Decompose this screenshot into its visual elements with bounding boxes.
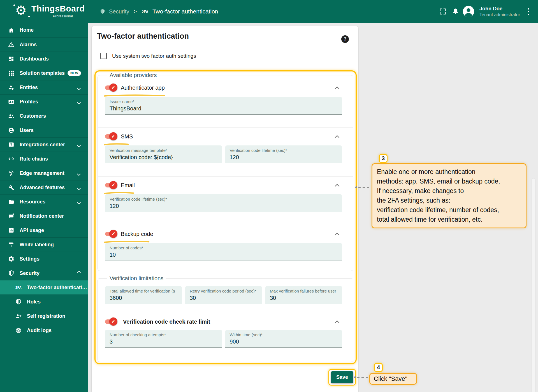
provider-label: Email (121, 182, 135, 189)
email-toggle[interactable]: ✓ (105, 181, 118, 189)
api-usage-icon (7, 227, 15, 234)
sidebar-item-integrations-center[interactable]: Integrations center (0, 137, 88, 152)
annotation-underline (104, 239, 346, 241)
field-retry-verification-code-period-sec[interactable]: Retry verification code period (sec)*30 (185, 286, 262, 304)
sidebar-item-self-registration[interactable]: Self registration (0, 309, 88, 323)
rate-limit-label: Verification code check rate limit (123, 319, 210, 325)
customers-icon (7, 112, 15, 120)
breadcrumb-security[interactable]: Security (109, 8, 129, 15)
sms-toggle[interactable]: ✓ (105, 132, 118, 141)
field-number-of-checking-attempts[interactable]: Number of checking attempts*3 (105, 330, 222, 348)
chevron-up-icon[interactable] (335, 183, 340, 186)
advanced-icon (7, 184, 15, 191)
user-menu[interactable]: John Doe Tenant administrator (479, 6, 520, 17)
sidebar-item-profiles[interactable]: Profiles (0, 94, 88, 109)
solution-templates-icon (7, 69, 15, 77)
backup-code-toggle[interactable]: ✓ (105, 230, 118, 238)
available-providers-section: Available providers ✓Authenticator appIs… (98, 72, 353, 271)
audit-logs-icon (15, 327, 22, 334)
header-actions: John Doe Tenant administrator (436, 0, 538, 23)
shield-icon (99, 8, 106, 15)
authenticator-app-toggle[interactable]: ✓ (105, 83, 118, 92)
twofa-icon: 2FA (142, 9, 148, 14)
verification-limitations-section: Verification limitations Total allowed t… (98, 275, 353, 362)
thingsboard-logo[interactable]: ⚙ ThingsBoard Professional (13, 2, 86, 21)
breadcrumb-current: Two-factor authentication (152, 8, 218, 15)
brand-subtitle: Professional (31, 14, 73, 18)
page-title: Two-factor authentication (97, 32, 189, 41)
sidebar-item-rule-chains[interactable]: Rule chains (0, 152, 88, 166)
divider (98, 225, 353, 225)
field-issuer-name[interactable]: Issuer name*ThingsBoard (105, 97, 342, 115)
home-icon (7, 27, 15, 34)
logo-node-icon (28, 16, 30, 17)
sidebar-item-customers[interactable]: Customers (0, 109, 88, 123)
verification-code-check-rate-limit-toggle[interactable]: ✓ (105, 317, 118, 326)
provider-row-authenticator-app: ✓Authenticator app (105, 83, 342, 92)
resources-icon (7, 198, 15, 205)
field-within-time-sec[interactable]: Within time (sec)*900 (225, 330, 342, 348)
rate-limit-row: ✓Verification code check rate limit (105, 317, 342, 326)
sidebar-item-edge-management[interactable]: Edge management (0, 166, 88, 180)
kebab-menu-icon[interactable] (523, 5, 534, 18)
use-system-checkbox[interactable] (100, 53, 107, 59)
provider-fields: Issuer name*ThingsBoard (105, 97, 342, 115)
field-number-of-codes[interactable]: Number of codes*10 (105, 243, 342, 261)
sidebar-item-advanced-features[interactable]: Advanced features (0, 180, 88, 194)
sidebar-item-audit-logs[interactable]: Audit logs (0, 323, 88, 337)
provider-row-backup-code: ✓Backup code (105, 229, 342, 239)
notification-icon (7, 212, 15, 220)
field-verification-code-lifetime-sec[interactable]: Verification code lifetime (sec)*120 (225, 145, 342, 163)
sidebar-item-roles[interactable]: Roles (0, 294, 88, 309)
verification-limitations-legend: Verification limitations (107, 275, 166, 282)
roles-icon (15, 298, 22, 305)
sidebar-item-resources[interactable]: Resources (0, 194, 88, 209)
chevron-up-icon[interactable] (335, 134, 340, 137)
notifications-bell-button[interactable] (449, 5, 462, 18)
vertical-scrollbar[interactable] (532, 178, 535, 392)
sidebar-item-api-usage[interactable]: API usage (0, 223, 88, 237)
provider-fields: Verification message template*Verificati… (105, 145, 342, 163)
sidebar-item-security[interactable]: Security (0, 266, 88, 280)
sidebar-item-alarms[interactable]: Alarms (0, 37, 88, 52)
rule-chains-icon (7, 155, 15, 163)
sidebar-item-two-factor-authenticati[interactable]: 2FATwo-factor authenticati… (0, 280, 88, 294)
annotation-connector-dot (354, 376, 356, 378)
integrations-icon (7, 141, 15, 148)
field-max-verification-failures-before-user[interactable]: Max verification failures before user30 (265, 286, 342, 304)
sidebar-item-notification-center[interactable]: Notification center (0, 209, 88, 223)
help-button[interactable]: ? (341, 35, 349, 43)
sidebar-item-dashboards[interactable]: Dashboards (0, 52, 88, 66)
chevron-down-icon (77, 86, 81, 89)
callout-text-line: total allowed time for verification, etc… (377, 215, 521, 224)
sidebar: HomeAlarmsDashboardsSolution templatesNE… (0, 23, 88, 392)
sidebar-item-white-labeling[interactable]: White labeling (0, 237, 88, 252)
available-providers-legend: Available providers (107, 72, 159, 78)
field-verification-message-template[interactable]: Verification message template*Verificati… (105, 145, 222, 163)
sidebar-item-solution-templates[interactable]: Solution templatesNEW (0, 66, 88, 80)
chevron-up-icon[interactable] (335, 232, 340, 235)
step-3-callout: Enable one or more authenticationmethods… (372, 163, 527, 228)
use-system-settings-row: Use system two factor auth settings (100, 53, 196, 59)
callout-text-line: methods: app, SMS, email or backup code. (377, 177, 521, 186)
app-root: ⚙ ThingsBoard Professional Security > 2F… (0, 0, 538, 392)
save-button[interactable]: Save (331, 371, 353, 383)
sidebar-item-home[interactable]: Home (0, 23, 88, 37)
self-registration-icon (15, 312, 22, 320)
breadcrumb-separator: > (133, 8, 138, 15)
sidebar-item-entities[interactable]: Entities (0, 80, 88, 94)
step-4-callout: Click "Save" (369, 373, 417, 385)
field-verification-code-lifetime-sec[interactable]: Verification code lifetime (sec)*120 (105, 194, 342, 212)
annotation-connector-dot (355, 186, 357, 188)
sidebar-item-settings[interactable]: Settings (0, 252, 88, 266)
avatar[interactable] (462, 5, 475, 18)
alarms-icon (7, 41, 15, 48)
step-4-badge: 4 (374, 363, 383, 372)
provider-label: SMS (121, 133, 133, 140)
chevron-up-icon[interactable] (335, 85, 340, 89)
field-total-allowed-time-for-verification-s[interactable]: Total allowed time for verification (s36… (105, 286, 182, 304)
fullscreen-button[interactable] (436, 5, 449, 18)
sidebar-item-users[interactable]: Users (0, 123, 88, 137)
new-badge: NEW (68, 70, 81, 76)
chevron-up-icon[interactable] (335, 319, 340, 323)
